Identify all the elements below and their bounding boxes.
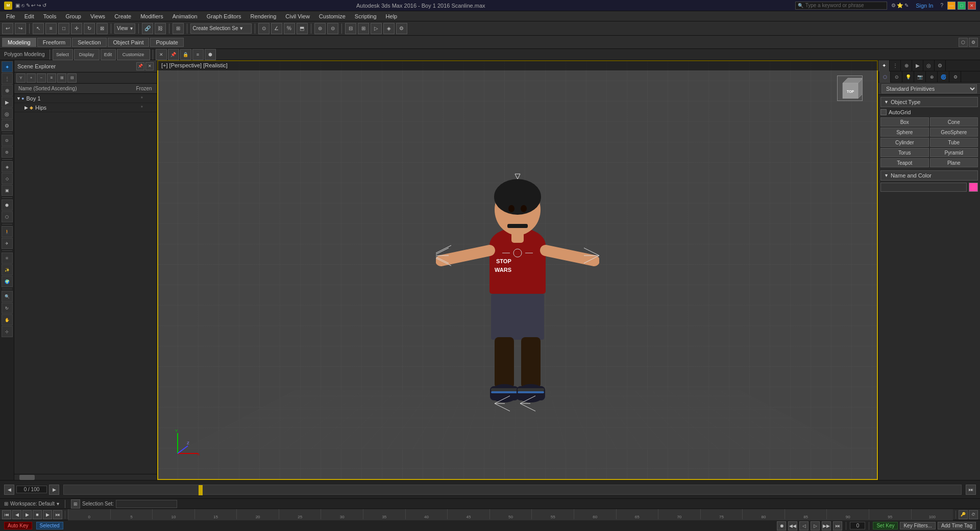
menu-create[interactable]: Create bbox=[110, 12, 135, 20]
move-button[interactable]: ✛ bbox=[71, 23, 82, 34]
helpers-icon[interactable]: ⊕ bbox=[926, 71, 938, 83]
align-lt-btn[interactable]: ⊜ bbox=[2, 146, 13, 158]
viewport-header[interactable]: [+] [Perspective] [Realistic] bbox=[157, 60, 878, 70]
quick-align-button[interactable]: ⊝ bbox=[327, 23, 338, 34]
snaps-btn[interactable]: ⊙ bbox=[2, 135, 13, 146]
percent-snap-button[interactable]: % bbox=[284, 23, 295, 34]
color-swatch[interactable] bbox=[969, 183, 978, 192]
select-filter-btn[interactable]: Select bbox=[53, 49, 73, 60]
prev-frame-btn[interactable]: ◀ bbox=[12, 510, 21, 519]
primitive-type-dropdown-container[interactable]: Standard Primitives Extended Primitives … bbox=[878, 83, 980, 95]
lock-icon-btn[interactable]: 🔒 bbox=[180, 49, 191, 60]
pin-btn[interactable]: 📌 bbox=[168, 49, 179, 60]
sphere-btn[interactable]: Sphere bbox=[880, 128, 929, 137]
reference-coord-dropdown[interactable]: View ▾ bbox=[114, 23, 135, 34]
rect-select-button[interactable]: □ bbox=[58, 23, 69, 34]
display-tab-icon[interactable]: ◎ bbox=[2, 108, 13, 119]
next-frame-btn[interactable]: ▶ bbox=[43, 510, 52, 519]
go-to-end-btn[interactable]: ⏭ bbox=[53, 510, 62, 519]
go-to-start-btn[interactable]: ⏮ bbox=[2, 510, 11, 519]
select-object-button[interactable]: ↖ bbox=[33, 23, 44, 34]
menu-group[interactable]: Group bbox=[61, 12, 85, 20]
arc-rotate-btn[interactable]: ↻ bbox=[2, 302, 13, 314]
scene-explorer-scrollbar[interactable] bbox=[14, 474, 157, 480]
material-editor-lt-btn[interactable]: ◇ bbox=[2, 173, 13, 184]
last-frame-btn[interactable]: ⏭ bbox=[833, 521, 842, 530]
tab-populate[interactable]: Populate bbox=[150, 38, 183, 47]
menu-rendering[interactable]: Rendering bbox=[247, 12, 281, 20]
viewport-3d[interactable]: [+] [Perspective] [Realistic] TOP bbox=[157, 60, 878, 480]
motion-tab-icon[interactable]: ▶ bbox=[2, 96, 13, 108]
selection-set-list-btn[interactable]: ⊞ bbox=[71, 499, 80, 509]
layer-manager-button[interactable]: ⊞ bbox=[173, 23, 184, 34]
menu-views[interactable]: Views bbox=[86, 12, 109, 20]
geosphere-btn[interactable]: GeoSphere bbox=[930, 128, 978, 137]
display-filter-btn[interactable]: Display bbox=[74, 49, 100, 60]
se-select-all-btn[interactable]: ≡ bbox=[47, 73, 56, 83]
systems-icon[interactable]: ⚙ bbox=[950, 71, 961, 83]
record-btn-right[interactable]: ⏺ bbox=[777, 521, 786, 530]
play-fwd-btn[interactable]: ▷ bbox=[811, 521, 820, 530]
create-tab-icon[interactable]: ✦ bbox=[2, 61, 13, 72]
utilities-tab-icon[interactable]: ⚙ bbox=[2, 120, 13, 131]
menu-modifiers[interactable]: Modifiers bbox=[136, 12, 167, 20]
modify-panel-tab[interactable]: ⋮ bbox=[890, 60, 901, 71]
autogrid-checkbox[interactable] bbox=[880, 109, 887, 115]
tab-freeform[interactable]: Freeform bbox=[37, 38, 71, 47]
next-key-btn[interactable]: ▶▶ bbox=[822, 521, 831, 530]
torus-btn[interactable]: Torus bbox=[880, 148, 929, 157]
cylinder-btn[interactable]: Cylinder bbox=[880, 138, 929, 147]
col-settings-btn[interactable]: ⬢ bbox=[205, 49, 216, 60]
shapes-icon[interactable]: ⊙ bbox=[891, 71, 902, 83]
teapot-btn[interactable]: Teapot bbox=[880, 158, 929, 167]
menu-customize[interactable]: Customize bbox=[315, 12, 350, 20]
environment-btn[interactable]: 🌍 bbox=[2, 276, 13, 287]
walk-mode-btn[interactable]: 🚶 bbox=[2, 226, 13, 237]
material-editor-button[interactable]: ◈ bbox=[383, 23, 395, 34]
scene-item-hips[interactable]: ▶ ◆ Hips * bbox=[14, 103, 157, 112]
hierarchy-tab-icon[interactable]: ⊕ bbox=[2, 85, 13, 96]
schematic-view-btn[interactable]: ◈ bbox=[2, 161, 13, 172]
link-button[interactable]: 🔗 bbox=[142, 23, 153, 34]
selection-set-input[interactable] bbox=[116, 500, 177, 508]
menu-help[interactable]: Help bbox=[382, 12, 402, 20]
utilities-panel-tab[interactable]: ⚙ bbox=[935, 60, 946, 71]
render-frame-btn[interactable]: ▣ bbox=[2, 185, 13, 196]
timeline-end-btn[interactable]: ⏭ bbox=[966, 485, 976, 495]
menu-graph-editors[interactable]: Graph Editors bbox=[203, 12, 246, 20]
close-button[interactable]: ✕ bbox=[968, 2, 976, 10]
customize-filter-btn[interactable]: Customize bbox=[117, 49, 150, 60]
current-frame-display[interactable]: 0 bbox=[850, 522, 865, 529]
set-key-btn[interactable]: Set Key bbox=[873, 522, 898, 529]
primitive-type-select[interactable]: Standard Primitives Extended Primitives … bbox=[881, 84, 977, 93]
cameras-icon[interactable]: 📷 bbox=[915, 71, 926, 83]
menu-file[interactable]: File bbox=[2, 12, 19, 20]
scene-item-boy1[interactable]: ▼ ● Boy 1 * bbox=[14, 94, 157, 103]
scrollbar-thumb[interactable] bbox=[19, 475, 35, 480]
cone-btn[interactable]: Cone bbox=[930, 117, 978, 127]
modify-tab-icon[interactable]: ⋮ bbox=[2, 73, 13, 84]
mirror-button[interactable]: ⊟ bbox=[345, 23, 356, 34]
create-selection-set[interactable]: Create Selection Se ▾ bbox=[190, 23, 252, 34]
menu-tools[interactable]: Tools bbox=[39, 12, 61, 20]
timeline-prev-btn[interactable]: ◀ bbox=[4, 485, 14, 495]
rotate-button[interactable]: ↻ bbox=[84, 23, 95, 34]
unlink-button[interactable]: ⛓ bbox=[155, 23, 166, 34]
scene-explorer-close-btn[interactable]: ✕ bbox=[145, 62, 154, 70]
align-button[interactable]: ⊜ bbox=[314, 23, 326, 34]
pan-btn[interactable]: ✋ bbox=[2, 314, 13, 325]
stop-btn[interactable]: ■ bbox=[33, 510, 42, 519]
geometry-icon[interactable]: ⬡ bbox=[879, 71, 891, 83]
bone-tools-btn[interactable]: ⬢ bbox=[2, 199, 13, 211]
lights-icon[interactable]: 💡 bbox=[903, 71, 914, 83]
tube-btn[interactable]: Tube bbox=[930, 138, 978, 147]
prev-key-btn[interactable]: ◀◀ bbox=[788, 521, 797, 530]
reactor-btn[interactable]: ⚛ bbox=[2, 252, 13, 264]
sign-in-btn[interactable]: Sign In bbox=[913, 3, 936, 9]
snap-toggle-button[interactable]: ⊙ bbox=[258, 23, 270, 34]
se-expand-btn[interactable]: + bbox=[27, 73, 36, 83]
plane-btn[interactable]: Plane bbox=[930, 158, 978, 167]
box-btn[interactable]: Box bbox=[880, 117, 929, 127]
viewport-compass[interactable]: TOP bbox=[837, 75, 868, 106]
scale-button[interactable]: ⊠ bbox=[96, 23, 108, 34]
